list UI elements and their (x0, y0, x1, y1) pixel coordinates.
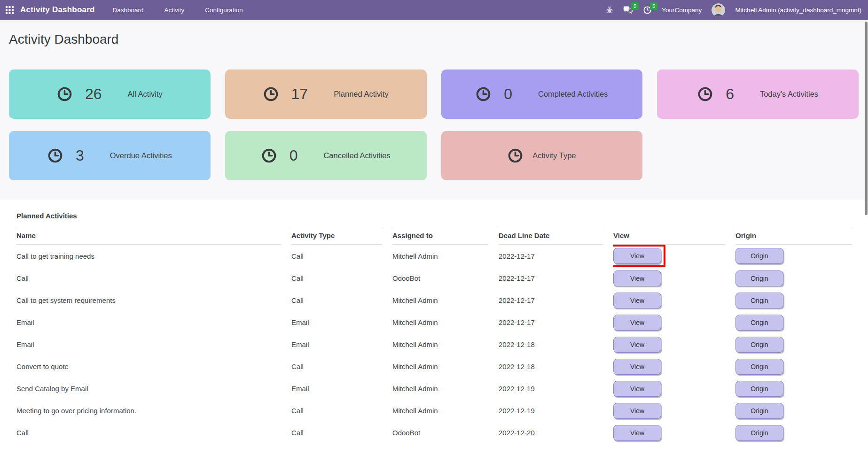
cell-name: Call (16, 267, 281, 289)
origin-button[interactable]: Origin (735, 359, 783, 375)
view-button[interactable]: View (613, 315, 661, 331)
view-button[interactable]: View (613, 270, 661, 286)
cell-origin: Origin (735, 333, 852, 355)
stat-count: 0 (504, 85, 512, 103)
cell-name: Meeting to go over pricing information. (16, 400, 281, 422)
cell-assigned-to: Mitchell Admin (392, 355, 488, 378)
stat-label: Cancelled Activities (323, 151, 390, 160)
stat-card-cancelled-activities[interactable]: 0 Cancelled Activities (225, 131, 427, 180)
stat-card-all-activity[interactable]: 26 All Activity (9, 69, 211, 119)
stat-card-completed-activities[interactable]: 0 Completed Activities (441, 69, 643, 119)
cell-view: View (613, 378, 725, 400)
cell-view: View (613, 355, 725, 378)
app-brand-title[interactable]: Activity Dashboard (20, 5, 95, 15)
section-title: Planned Activities (16, 212, 852, 220)
nav-menu-configuration[interactable]: Configuration (205, 7, 242, 14)
activities-clock-icon[interactable]: 5 (643, 6, 652, 15)
stat-cards-grid: 26 All Activity 17 Planned Activity 0 Co… (9, 69, 859, 180)
vertical-scrollbar[interactable] (865, 22, 868, 215)
stat-count: 17 (291, 85, 308, 103)
cell-name: Send Catalog by Email (16, 378, 281, 400)
cell-activity-type: Email (291, 311, 382, 333)
origin-button[interactable]: Origin (735, 337, 783, 353)
cell-view: View (613, 311, 725, 333)
view-button[interactable]: View (613, 425, 661, 441)
view-button[interactable]: View (613, 337, 661, 353)
view-button[interactable]: View (613, 293, 661, 308)
cell-deadline: 2022-12-19 (499, 400, 603, 422)
cell-deadline: 2022-12-17 (499, 311, 603, 333)
stat-label: Completed Activities (538, 90, 608, 99)
stat-label: Planned Activity (334, 90, 388, 99)
stat-label: Activity Type (532, 151, 576, 160)
origin-button[interactable]: Origin (735, 293, 783, 308)
cell-view: View (613, 422, 725, 444)
cell-view: View (613, 245, 725, 267)
clock-icon (261, 148, 277, 163)
cell-view: View (613, 267, 725, 289)
cell-deadline: 2022-12-20 (499, 422, 603, 444)
view-button[interactable]: View (613, 248, 661, 264)
cell-origin: Origin (735, 400, 852, 422)
col-header-name: Name (16, 227, 281, 245)
cell-assigned-to: Mitchell Admin (392, 311, 488, 333)
nav-menu-activity[interactable]: Activity (164, 7, 185, 14)
cell-activity-type: Call (291, 400, 382, 422)
company-switcher[interactable]: YourCompany (662, 7, 702, 14)
view-button-highlight: View (613, 403, 661, 419)
cell-activity-type: Email (291, 333, 382, 355)
bug-icon[interactable] (606, 6, 613, 14)
origin-button[interactable]: Origin (735, 315, 783, 331)
origin-button[interactable]: Origin (735, 270, 783, 286)
nav-menu-dashboard[interactable]: Dashboard (113, 7, 144, 14)
origin-button[interactable]: Origin (735, 403, 783, 419)
stat-card-activity-type[interactable]: Activity Type (441, 131, 643, 180)
cell-activity-type: Call (291, 245, 382, 267)
origin-button[interactable]: Origin (735, 381, 783, 397)
col-header-activity-type: Activity Type (291, 227, 382, 245)
table-row: Meeting to go over pricing information. … (16, 400, 852, 422)
cell-assigned-to: OdooBot (392, 267, 488, 289)
user-menu[interactable]: Mitchell Admin (activity_dashboard_mngmn… (735, 7, 861, 14)
cell-deadline: 2022-12-18 (499, 333, 603, 355)
stat-card-todays-activities[interactable]: 6 Today's Activities (657, 69, 859, 119)
table-row: Convert to quote Call Mitchell Admin 202… (16, 355, 852, 378)
cell-name: Email (16, 333, 281, 355)
stat-card-planned-activity[interactable]: 17 Planned Activity (225, 69, 427, 119)
view-button-highlight: View (613, 315, 661, 331)
cell-name: Call to get training needs (16, 245, 281, 267)
view-button[interactable]: View (613, 359, 661, 375)
cell-name: Call to get system requirements (16, 289, 281, 311)
table-row: Call to get system requirements Call Mit… (16, 289, 852, 311)
col-header-origin: Origin (735, 227, 852, 245)
cell-origin: Origin (735, 311, 852, 333)
view-button-highlight: View (613, 337, 661, 353)
view-button-highlight: View (613, 270, 661, 286)
view-button[interactable]: View (613, 381, 661, 397)
table-row: Call Call OdooBot 2022-12-17 View Origin (16, 267, 852, 289)
origin-button[interactable]: Origin (735, 248, 783, 264)
table-row: Email Email Mitchell Admin 2022-12-18 Vi… (16, 333, 852, 355)
cell-activity-type: Call (291, 422, 382, 444)
col-header-view: View (613, 227, 725, 245)
cell-assigned-to: Mitchell Admin (392, 289, 488, 311)
stat-card-overdue-activities[interactable]: 3 Overdue Activities (9, 131, 211, 180)
cell-origin: Origin (735, 267, 852, 289)
cell-deadline: 2022-12-17 (499, 267, 603, 289)
cell-view: View (613, 333, 725, 355)
navbar-right: 5 5 YourCompany Mitchell Admin (activity… (606, 3, 861, 17)
clock-icon (47, 148, 63, 163)
clock-icon (508, 148, 523, 163)
apps-grid-icon[interactable] (6, 6, 14, 14)
cell-activity-type: Call (291, 355, 382, 378)
origin-button[interactable]: Origin (735, 425, 783, 441)
view-button[interactable]: View (613, 403, 661, 419)
user-avatar[interactable] (712, 3, 725, 17)
messages-icon[interactable]: 5 (623, 6, 633, 15)
cell-assigned-to: Mitchell Admin (392, 400, 488, 422)
view-button-highlight: View (613, 293, 661, 308)
table-header-row: Name Activity Type Assigned to Dead Line… (16, 227, 852, 245)
clock-icon (697, 86, 713, 102)
table-row: Send Catalog by Email Email Mitchell Adm… (16, 378, 852, 400)
cell-origin: Origin (735, 422, 852, 444)
